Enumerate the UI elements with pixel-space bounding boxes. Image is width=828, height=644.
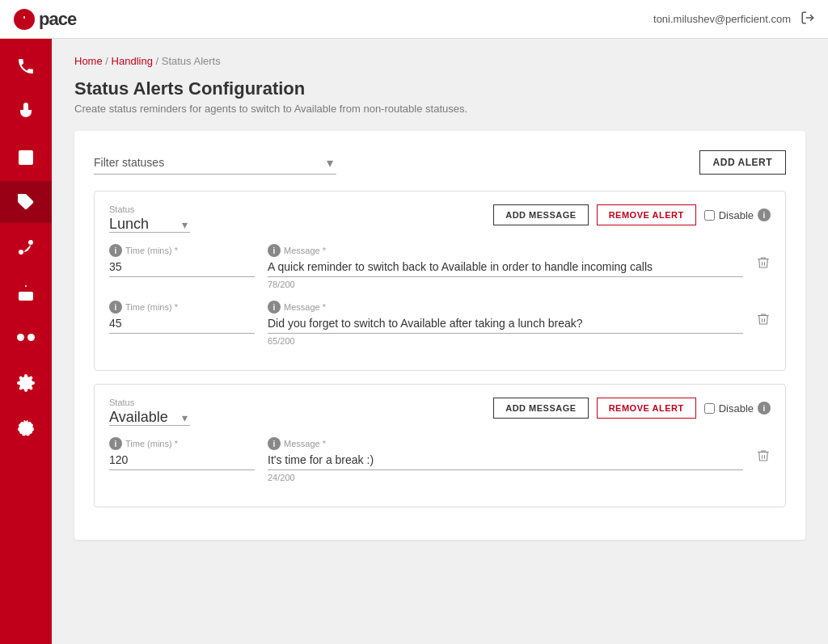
alert-1-disable-checkbox[interactable] — [704, 210, 715, 221]
main-card: Filter statuses ▾ ADD ALERT Status Lunch — [74, 131, 805, 540]
alert-1-message-input-2[interactable] — [268, 317, 743, 330]
alert-1-time-field-2: i Time (mins) * — [109, 301, 255, 334]
alert-2-time-field-1: i Time (mins) * — [109, 437, 255, 470]
filter-statuses-select[interactable]: Filter statuses — [94, 151, 336, 175]
alert-1-time-label-1: i Time (mins) * — [109, 244, 255, 257]
alert-1-header: Status Lunch ▾ ADD MESSAGE REMOVE ALERT — [109, 204, 771, 233]
alert-1-message-field-2: i Message * 65/200 — [268, 301, 743, 346]
alert-1-message-field-1: i Message * 78/200 — [268, 244, 743, 289]
alert-1-time-field-1: i Time (mins) * — [109, 244, 255, 277]
alert-2-time-input-row-1 — [109, 453, 255, 470]
alert-1-message-label-1: i Message * — [268, 244, 743, 257]
sidebar-item-calendar[interactable] — [0, 136, 52, 178]
sidebar-item-settings[interactable] — [0, 362, 52, 404]
alert-2-time-input-1[interactable] — [109, 453, 255, 466]
alert-1-message-input-row-1 — [268, 260, 743, 277]
alert-2-actions: ADD MESSAGE REMOVE ALERT Disable i — [493, 398, 771, 419]
alert-2-status-select[interactable]: Available — [109, 409, 190, 426]
alert-2-disable-wrapper: Disable i — [704, 402, 771, 415]
alert-1-disable-label: Disable — [719, 209, 754, 221]
alert-1-message-input-row-2 — [268, 317, 743, 334]
alert-1-status-label: Status — [109, 204, 188, 214]
alert-1-message-row-1: i Time (mins) * i Message * — [109, 244, 771, 289]
alert-2-status-wrapper: Status Available ▾ — [109, 398, 188, 426]
breadcrumb-sep2: / — [156, 55, 162, 67]
alert-2-add-message-button[interactable]: ADD MESSAGE — [493, 398, 588, 419]
alert-2-info-icon[interactable]: i — [758, 402, 771, 415]
svg-point-11 — [28, 240, 33, 245]
breadcrumb: Home / Handling / Status Alerts — [74, 55, 805, 67]
alert-2-status-label: Status — [109, 398, 188, 407]
alert-1-status-row: Lunch ▾ — [109, 216, 188, 233]
svg-point-12 — [19, 250, 23, 255]
alert-2-time-info-icon-1[interactable]: i — [109, 437, 122, 450]
add-alert-button[interactable]: ADD ALERT — [699, 150, 786, 175]
alert-1-actions: ADD MESSAGE REMOVE ALERT Disable i — [493, 204, 771, 225]
sidebar-item-tags[interactable] — [0, 181, 52, 223]
logout-icon[interactable] — [801, 11, 815, 27]
alert-2-delete-message-1-icon[interactable] — [756, 437, 771, 467]
alert-2-char-count-1: 24/200 — [268, 473, 743, 482]
alert-1-time-info-icon-2[interactable]: i — [109, 301, 122, 314]
alert-1-message-info-icon-2[interactable]: i — [268, 301, 281, 314]
page-title: Status Alerts Configuration — [74, 78, 805, 99]
sidebar — [0, 39, 52, 644]
breadcrumb-handling[interactable]: Handling — [112, 55, 153, 67]
alert-1-time-input-row-2 — [109, 317, 255, 334]
alert-2-message-info-icon-1[interactable]: i — [268, 437, 281, 450]
alert-1-time-label-2: i Time (mins) * — [109, 301, 255, 314]
alert-1-message-input-1[interactable] — [268, 260, 743, 273]
logo: ' pace — [13, 8, 76, 31]
filter-row: Filter statuses ▾ ADD ALERT — [94, 150, 786, 175]
alert-1-status-wrapper: Status Lunch ▾ — [109, 204, 188, 233]
alert-1-char-count-1: 78/200 — [268, 280, 743, 289]
sidebar-item-branch[interactable] — [0, 226, 52, 268]
main-layout: Home / Handling / Status Alerts Status A… — [0, 39, 828, 644]
page-subtitle: Create status reminders for agents to sw… — [74, 103, 805, 115]
alert-1-disable-wrapper: Disable i — [704, 208, 771, 221]
user-email: toni.milushev@perficient.com — [653, 13, 791, 25]
alert-block-1: Status Lunch ▾ ADD MESSAGE REMOVE ALERT — [94, 191, 786, 371]
alert-1-delete-message-1-icon[interactable] — [756, 244, 771, 274]
sidebar-item-brain[interactable] — [0, 407, 52, 449]
alert-2-disable-checkbox[interactable] — [704, 403, 715, 414]
alert-2-remove-alert-button[interactable]: REMOVE ALERT — [597, 398, 696, 419]
content-area: Home / Handling / Status Alerts Status A… — [52, 39, 828, 644]
alert-2-message-input-1[interactable] — [268, 453, 743, 466]
sidebar-item-microphone[interactable] — [0, 90, 52, 133]
sidebar-item-phone[interactable] — [0, 45, 52, 87]
svg-rect-13 — [19, 292, 33, 301]
alert-2-disable-label: Disable — [719, 402, 754, 415]
breadcrumb-sep1: / — [105, 55, 111, 67]
alert-1-message-info-icon-1[interactable]: i — [268, 244, 281, 257]
alert-1-status-select[interactable]: Lunch — [109, 216, 190, 233]
alert-1-time-input-2[interactable] — [109, 317, 255, 330]
alert-1-add-message-button[interactable]: ADD MESSAGE — [493, 204, 588, 225]
sidebar-item-robot[interactable] — [0, 271, 52, 314]
alert-1-time-input-1[interactable] — [109, 260, 255, 273]
alert-1-message-label-2: i Message * — [268, 301, 743, 314]
alert-1-remove-alert-button[interactable]: REMOVE ALERT — [597, 204, 696, 225]
alert-1-time-info-icon-1[interactable]: i — [109, 244, 122, 257]
alert-block-2: Status Available ▾ ADD MESSAGE REMOVE AL… — [94, 384, 786, 507]
alert-1-info-icon[interactable]: i — [758, 208, 771, 221]
alert-1-message-row-2: i Time (mins) * i Message * — [109, 301, 771, 346]
alert-1-char-count-2: 65/200 — [268, 336, 743, 346]
breadcrumb-current: Status Alerts — [162, 55, 221, 67]
logo-text: pace — [39, 9, 76, 30]
svg-point-15 — [17, 334, 24, 341]
alert-2-time-label-1: i Time (mins) * — [109, 437, 255, 450]
sidebar-item-voicemail[interactable] — [0, 317, 52, 359]
svg-point-14 — [25, 285, 27, 287]
alert-2-header: Status Available ▾ ADD MESSAGE REMOVE AL… — [109, 398, 771, 426]
alert-2-message-field-1: i Message * 24/200 — [268, 437, 743, 482]
alert-1-delete-message-2-icon[interactable] — [756, 301, 771, 330]
logo-icon: ' — [13, 8, 36, 31]
alert-2-status-row: Available ▾ — [109, 409, 188, 426]
alert-1-time-input-row-1 — [109, 260, 255, 277]
svg-rect-5 — [19, 150, 33, 165]
alert-2-message-label-1: i Message * — [268, 437, 743, 450]
topbar-right: toni.milushev@perficient.com — [653, 11, 815, 27]
svg-point-16 — [27, 334, 35, 341]
breadcrumb-home[interactable]: Home — [74, 55, 103, 67]
